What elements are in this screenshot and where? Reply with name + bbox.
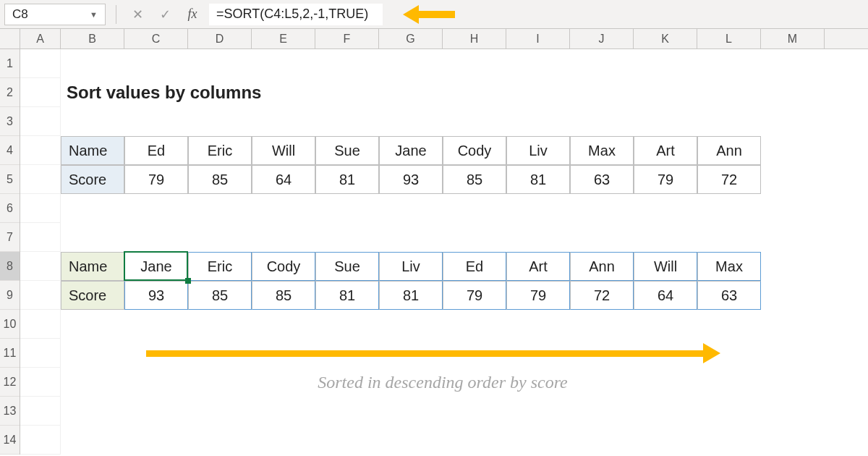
table-cell[interactable]: Eric: [188, 252, 252, 281]
table-cell[interactable]: Max: [697, 252, 761, 281]
table-cell[interactable]: Liv: [379, 252, 443, 281]
row-headers: 1 2 3 4 5 6 7 8 9 10 11 12 13 14: [0, 49, 20, 455]
callout-arrow-right: [146, 343, 725, 363]
row-header[interactable]: 2: [0, 78, 20, 107]
table-cell[interactable]: 93: [124, 281, 188, 310]
table-cell[interactable]: 85: [188, 281, 252, 310]
col-header[interactable]: L: [697, 29, 761, 48]
table-header[interactable]: Score: [61, 281, 124, 310]
page-title: Sort values by columns: [61, 78, 495, 107]
fx-icon[interactable]: fx: [182, 4, 203, 25]
table-cell[interactable]: 85: [188, 165, 252, 194]
row-header[interactable]: 9: [0, 281, 20, 310]
row-header[interactable]: 7: [0, 223, 20, 252]
table-cell[interactable]: Liv: [506, 136, 570, 165]
table-header[interactable]: Name: [61, 252, 124, 281]
table-cell[interactable]: 72: [697, 165, 761, 194]
col-header[interactable]: A: [20, 29, 61, 48]
col-header[interactable]: K: [634, 29, 697, 48]
col-header[interactable]: E: [252, 29, 315, 48]
row-header[interactable]: 11: [0, 339, 20, 368]
table-cell[interactable]: 79: [443, 281, 506, 310]
name-box[interactable]: C8 ▼: [4, 4, 106, 25]
annotation-text: Sorted in descending order by score: [318, 373, 567, 392]
table-cell[interactable]: 64: [634, 281, 697, 310]
table-cell[interactable]: Max: [570, 136, 634, 165]
table-cell[interactable]: Ed: [443, 252, 506, 281]
col-header[interactable]: M: [761, 29, 825, 48]
table-cell[interactable]: 81: [379, 281, 443, 310]
table-cell[interactable]: Eric: [188, 136, 252, 165]
row-header[interactable]: 14: [0, 426, 20, 455]
formula-input[interactable]: =SORT(C4:L5,2,-1,TRUE): [209, 4, 383, 25]
row-header[interactable]: 4: [0, 136, 20, 165]
col-header[interactable]: I: [506, 29, 570, 48]
table-cell[interactable]: 81: [315, 281, 379, 310]
table-cell[interactable]: 63: [697, 281, 761, 310]
table-cell[interactable]: 81: [315, 165, 379, 194]
column-headers: A B C D E F G H I J K L M: [0, 29, 868, 49]
row-header[interactable]: 12: [0, 368, 20, 397]
table-cell[interactable]: 85: [443, 165, 506, 194]
table-cell[interactable]: Jane: [124, 252, 188, 281]
grid: 1 2 3 4 5 6 7 8 9 10 11 12 13 14 Sort va…: [0, 49, 868, 455]
enter-icon[interactable]: ✓: [154, 4, 176, 25]
col-header[interactable]: J: [570, 29, 634, 48]
col-header[interactable]: H: [443, 29, 506, 48]
cancel-icon[interactable]: ✕: [127, 4, 148, 25]
table-cell[interactable]: Cody: [443, 136, 506, 165]
formula-text: =SORT(C4:L5,2,-1,TRUE): [216, 7, 368, 22]
col-header[interactable]: B: [61, 29, 124, 48]
select-all-corner[interactable]: [0, 29, 20, 48]
col-header[interactable]: F: [315, 29, 379, 48]
table-header[interactable]: Name: [61, 136, 124, 165]
table-cell[interactable]: Will: [634, 252, 697, 281]
table-cell[interactable]: Ann: [570, 252, 634, 281]
row-header[interactable]: 8: [0, 252, 20, 281]
table-cell[interactable]: Sue: [315, 252, 379, 281]
table-header[interactable]: Score: [61, 165, 124, 194]
table-cell[interactable]: 93: [379, 165, 443, 194]
table-cell[interactable]: Cody: [252, 252, 315, 281]
table-cell[interactable]: Ed: [124, 136, 188, 165]
row-header[interactable]: 5: [0, 165, 20, 194]
row-header[interactable]: 6: [0, 194, 20, 223]
chevron-down-icon[interactable]: ▼: [90, 10, 98, 19]
formula-bar: C8 ▼ ✕ ✓ fx =SORT(C4:L5,2,-1,TRUE): [0, 0, 868, 29]
row-header[interactable]: 3: [0, 107, 20, 136]
table-cell[interactable]: Jane: [379, 136, 443, 165]
table-cell[interactable]: 63: [570, 165, 634, 194]
table-cell[interactable]: Will: [252, 136, 315, 165]
cells-area[interactable]: Sort values by columns Name Ed Eric Will…: [20, 49, 761, 455]
table-cell[interactable]: Sue: [315, 136, 379, 165]
name-box-value: C8: [12, 7, 28, 22]
table-cell[interactable]: 64: [252, 165, 315, 194]
separator: [116, 5, 116, 24]
table-cell[interactable]: 81: [506, 165, 570, 194]
callout-arrow-left: [403, 5, 455, 24]
row-header[interactable]: 13: [0, 397, 20, 426]
row-header[interactable]: 10: [0, 310, 20, 339]
col-header[interactable]: D: [188, 29, 252, 48]
table-cell[interactable]: 79: [124, 165, 188, 194]
table-cell[interactable]: 72: [570, 281, 634, 310]
table-cell[interactable]: 79: [506, 281, 570, 310]
table-cell[interactable]: Art: [634, 136, 697, 165]
table-cell[interactable]: 85: [252, 281, 315, 310]
col-header[interactable]: G: [379, 29, 443, 48]
table-cell[interactable]: Art: [506, 252, 570, 281]
table-cell[interactable]: 79: [634, 165, 697, 194]
table-cell[interactable]: Ann: [697, 136, 761, 165]
col-header[interactable]: C: [124, 29, 188, 48]
row-header[interactable]: 1: [0, 49, 20, 78]
